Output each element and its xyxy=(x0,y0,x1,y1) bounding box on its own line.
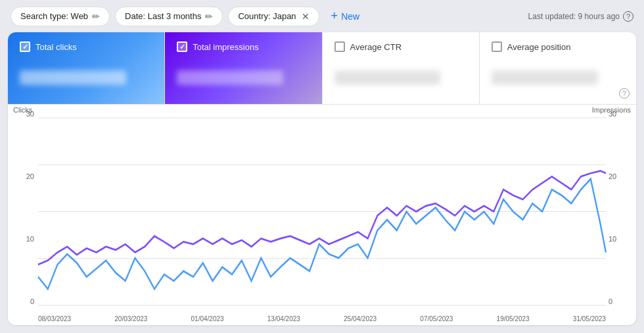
chart-svg-container xyxy=(38,118,606,305)
search-type-edit-icon[interactable]: ✏ xyxy=(92,11,100,22)
y-label-left-3: 0 xyxy=(8,297,38,305)
tab-total-clicks[interactable]: ✓ Total clicks xyxy=(8,32,165,104)
tab-total-clicks-value-area xyxy=(20,57,152,97)
country-label: Country: Japan xyxy=(238,11,296,21)
tab-average-position-value-blur xyxy=(492,70,598,85)
last-updated-help-icon[interactable]: ? xyxy=(623,11,633,22)
tab-average-ctr-checkbox[interactable] xyxy=(334,41,345,52)
tab-total-impressions-checkbox[interactable]: ✓ xyxy=(177,41,187,52)
tab-total-clicks-checkbox[interactable]: ✓ xyxy=(20,41,30,52)
y-label-left-2: 10 xyxy=(8,235,38,243)
checkmark-icon: ✓ xyxy=(22,43,28,51)
tab-average-ctr-value-area xyxy=(334,57,467,97)
x-label-1: 20/03/2023 xyxy=(114,315,147,322)
tab-total-impressions-header: ✓ Total impressions xyxy=(177,41,310,52)
y-label-right-2: 10 xyxy=(606,235,636,243)
new-button-label: New xyxy=(341,11,359,22)
date-chip[interactable]: Date: Last 3 months ✏ xyxy=(115,7,223,26)
tab-total-impressions[interactable]: ✓ Total impressions xyxy=(165,32,322,104)
last-updated-text: Last updated: 9 hours ago xyxy=(528,12,620,21)
x-axis-labels: 08/03/2023 20/03/2023 01/04/2023 13/04/2… xyxy=(38,315,606,322)
tab-total-clicks-header: ✓ Total clicks xyxy=(20,41,152,52)
last-updated: Last updated: 9 hours ago ? xyxy=(528,11,633,22)
metric-tabs: ✓ Total clicks ✓ Total impressions xyxy=(8,32,636,105)
tab-average-position-label: Average position xyxy=(507,42,571,52)
tab-average-ctr-label: Average CTR xyxy=(350,42,402,52)
x-label-2: 01/04/2023 xyxy=(191,315,224,322)
x-label-4: 25/04/2023 xyxy=(344,315,377,322)
tab-average-position-help-icon[interactable]: ? xyxy=(619,88,630,99)
y-axis-right-labels: 30 20 10 0 xyxy=(606,105,636,305)
tab-average-position-value-area xyxy=(492,57,624,97)
y-axis-left-labels: 30 20 10 0 xyxy=(8,105,38,305)
country-chip[interactable]: Country: Japan ✕ xyxy=(228,7,319,26)
x-label-5: 07/05/2023 xyxy=(420,315,453,322)
tab-average-position-checkbox[interactable] xyxy=(492,41,502,52)
y-label-right-0: 30 xyxy=(606,110,636,118)
tab-average-ctr-value-blur xyxy=(334,70,441,85)
plus-icon: + xyxy=(331,9,338,23)
x-label-7: 31/05/2023 xyxy=(573,315,606,322)
new-button[interactable]: + New xyxy=(325,5,367,27)
chart-area: Clicks Impressions 30 20 10 0 30 20 10 0 xyxy=(8,105,636,325)
tab-average-ctr-header: Average CTR xyxy=(334,41,467,52)
tab-total-impressions-value-blur xyxy=(177,70,283,85)
tab-average-position-header: Average position xyxy=(492,41,624,52)
y-label-left-0: 30 xyxy=(8,110,38,118)
y-label-right-3: 0 xyxy=(606,297,636,305)
filter-bar: Search type: Web ✏ Date: Last 3 months ✏… xyxy=(0,0,644,32)
tab-total-clicks-label: Total clicks xyxy=(35,42,77,52)
main-card: ✓ Total clicks ✓ Total impressions xyxy=(8,32,636,325)
x-label-6: 19/05/2023 xyxy=(497,315,530,322)
tab-total-impressions-value-area xyxy=(177,57,310,97)
checkmark-icon: ✓ xyxy=(179,43,185,51)
y-label-left-1: 20 xyxy=(8,172,38,180)
x-label-0: 08/03/2023 xyxy=(38,315,71,322)
tab-total-clicks-value-blur xyxy=(20,70,126,85)
tab-average-ctr[interactable]: Average CTR xyxy=(323,32,480,104)
country-close-icon[interactable]: ✕ xyxy=(302,11,310,22)
clicks-line xyxy=(38,179,606,289)
tab-average-position[interactable]: Average position ? xyxy=(480,32,636,104)
date-edit-icon[interactable]: ✏ xyxy=(205,11,213,22)
search-type-label: Search type: Web xyxy=(20,11,88,21)
date-label: Date: Last 3 months xyxy=(125,11,201,21)
x-label-3: 13/04/2023 xyxy=(267,315,300,322)
y-label-right-1: 20 xyxy=(606,172,636,180)
tab-total-impressions-label: Total impressions xyxy=(193,42,258,52)
search-type-chip[interactable]: Search type: Web ✏ xyxy=(11,7,110,26)
line-chart xyxy=(38,118,606,305)
